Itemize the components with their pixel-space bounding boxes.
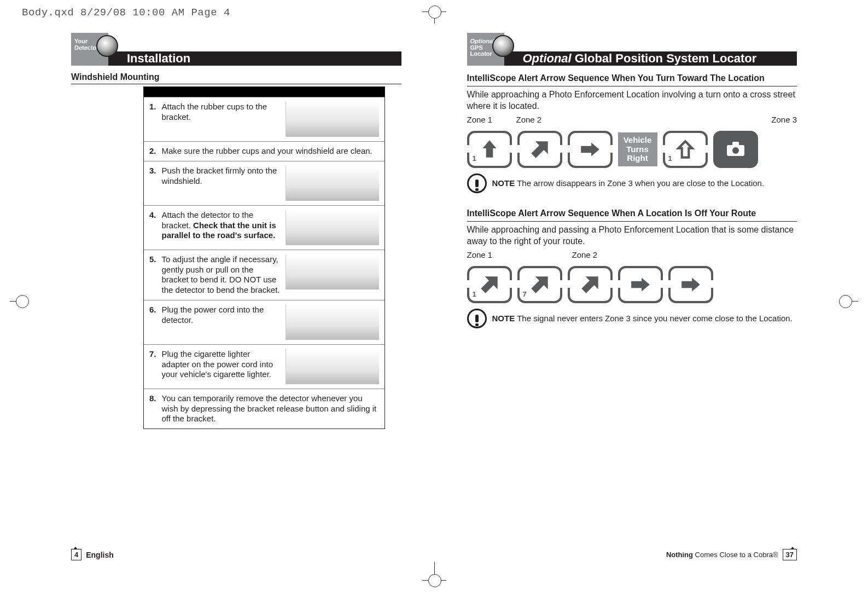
step-image xyxy=(286,305,379,340)
camera-icon xyxy=(713,131,758,168)
arrow-upright-icon: 1 xyxy=(467,266,512,303)
arrow-up-icon: 1 xyxy=(467,131,512,168)
instruction-box: 1. Attach the rubber cups to the bracket… xyxy=(143,86,385,429)
step-text: Plug the cigarette lighter adapter on th… xyxy=(162,349,280,384)
section2-body: While approaching and passing a Photo En… xyxy=(467,224,797,247)
step-text: Push the bracket firmly onto the windshi… xyxy=(162,166,280,201)
step-number: 3. xyxy=(149,166,156,201)
zone3-label: Zone 3 xyxy=(771,114,797,125)
cobra-logo-icon xyxy=(492,35,514,57)
step-text: Plug the power cord into the detector. xyxy=(162,305,280,340)
arrow-right-icon xyxy=(618,266,663,303)
step-image xyxy=(286,166,379,201)
zone1-label: Zone 1 xyxy=(467,114,510,125)
vehicle-turns-right-label: Vehicle Turns Right xyxy=(618,132,657,166)
page-number-left: 4 xyxy=(71,549,81,560)
step-7: 7. Plug the cigarette lighter adapter on… xyxy=(144,344,385,389)
section2-heading: IntelliScope Alert Arrow Sequence When A… xyxy=(467,207,797,222)
tagline: Nothing Comes Close to a Cobra® xyxy=(666,551,778,559)
step-text: To adjust the angle if necessary, gently… xyxy=(162,254,280,296)
section1-zone-labels: Zone 1 Zone 2 Zone 3 xyxy=(467,114,797,125)
section2-icons: 1 7 xyxy=(467,266,797,303)
tab-label-1: Optional xyxy=(470,38,495,44)
step-image xyxy=(286,349,379,384)
right-page-title: OptionalGlobal Position System Locator xyxy=(504,51,797,66)
step-number: 8. xyxy=(149,393,156,424)
arrow-upright-icon xyxy=(568,266,613,303)
step-number: 4. xyxy=(149,210,156,245)
page-number-right: 37 xyxy=(783,549,797,560)
note-icon xyxy=(467,173,487,193)
section1-icons: 1 Vehicle Turns Right 1 xyxy=(467,131,797,168)
step-4: 4. Attach the detector to the bracket. C… xyxy=(144,205,385,250)
step-text: You can temporarily remove the detector … xyxy=(162,393,379,424)
footer-left: 4 English xyxy=(71,549,114,560)
page-spread: Body.qxd 8/29/08 10:00 AM Page 4 Your De… xyxy=(0,0,868,602)
step-6: 6. Plug the power cord into the detector… xyxy=(144,300,385,344)
running-head: Body.qxd 8/29/08 10:00 AM Page 4 xyxy=(22,7,230,19)
svg-rect-1 xyxy=(732,142,739,146)
step-text: Attach the detector to the bracket. Chec… xyxy=(162,210,280,245)
step-image xyxy=(286,254,379,290)
footer: 4 English Nothing Comes Close to a Cobra… xyxy=(71,549,797,560)
left-column: Your Detector Installation Windshield Mo… xyxy=(71,38,401,536)
right-header: Optional GPS Locator OptionalGlobal Posi… xyxy=(467,38,797,66)
step-5: 5. To adjust the angle if necessary, gen… xyxy=(144,250,385,300)
tab-label-2: GPS Locator xyxy=(470,44,492,57)
left-tab: Your Detector xyxy=(71,33,108,66)
section2-zone-labels: Zone 1 Zone 2 xyxy=(467,250,797,261)
step-image xyxy=(286,210,379,245)
content-columns: Your Detector Installation Windshield Mo… xyxy=(71,38,797,536)
left-page-title: Installation xyxy=(108,51,401,66)
footer-right: Nothing Comes Close to a Cobra® 37 xyxy=(666,549,797,560)
section1-note: NOTEThe arrow disappears in Zone 3 when … xyxy=(467,173,797,193)
svg-point-2 xyxy=(732,147,739,154)
right-tab: Optional GPS Locator xyxy=(467,33,504,66)
step-number: 1. xyxy=(149,102,156,137)
step-number: 7. xyxy=(149,349,156,384)
step-3: 3. Push the bracket firmly onto the wind… xyxy=(144,161,385,205)
arrow-up-outline-icon: 1 xyxy=(663,131,708,168)
section1-body: While approaching a Photo Enforcement Lo… xyxy=(467,89,797,112)
note-icon xyxy=(467,309,487,328)
section1-heading: IntelliScope Alert Arrow Sequence When Y… xyxy=(467,72,797,86)
language-label: English xyxy=(86,551,114,559)
arrow-right-icon xyxy=(568,131,613,168)
cobra-logo-icon xyxy=(96,35,118,57)
step-1: 1. Attach the rubber cups to the bracket… xyxy=(144,97,385,141)
arrow-upright-icon xyxy=(517,131,562,168)
windshield-subhead: Windshield Mounting xyxy=(71,72,401,84)
arrow-upright-icon: 7 xyxy=(517,266,562,303)
arrow-right-icon xyxy=(668,266,713,303)
step-number: 5. xyxy=(149,254,156,296)
step-2: 2. Make sure the rubber cups and your wi… xyxy=(144,141,385,161)
step-text: Attach the rubber cups to the bracket. xyxy=(162,102,280,137)
instruction-topbar xyxy=(144,87,385,97)
step-text: Make sure the rubber cups and your winds… xyxy=(162,146,379,157)
step-number: 2. xyxy=(149,146,156,157)
zone1-label: Zone 1 xyxy=(467,250,566,261)
step-number: 6. xyxy=(149,305,156,340)
zone2-label: Zone 2 xyxy=(516,114,648,125)
tab-label: Your Detector xyxy=(74,38,99,51)
step-8: 8. You can temporarily remove the detect… xyxy=(144,389,385,429)
left-header: Your Detector Installation xyxy=(71,38,401,66)
section2-note: NOTEThe signal never enters Zone 3 since… xyxy=(467,309,797,328)
right-column: Optional GPS Locator OptionalGlobal Posi… xyxy=(467,38,797,536)
step-image xyxy=(286,102,379,137)
zone2-label: Zone 2 xyxy=(572,250,598,261)
